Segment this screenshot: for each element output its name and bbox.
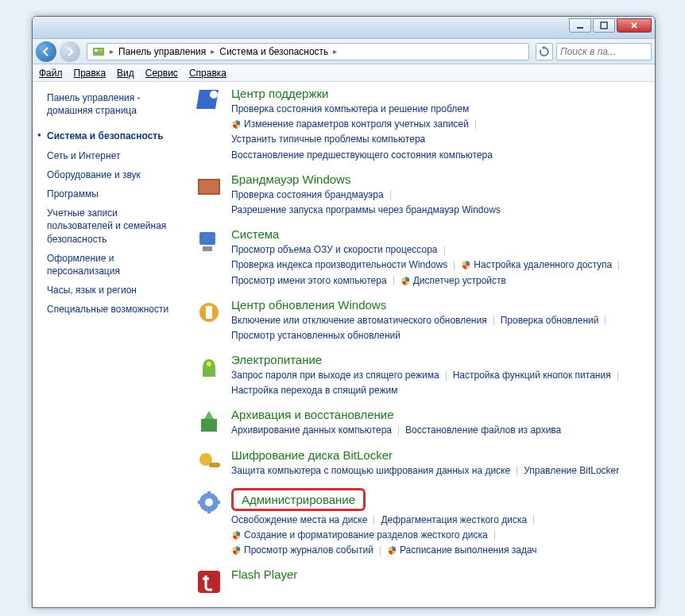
category-icon	[195, 448, 223, 477]
category-title[interactable]: Архивация и восстановление	[231, 408, 394, 421]
category-title[interactable]: Брандмауэр Windows	[231, 172, 350, 186]
category-link[interactable]: Просмотр журналов событий	[231, 543, 387, 558]
category-link[interactable]: Настройка функций кнопок питания	[453, 368, 625, 383]
category-link[interactable]: Настройка перехода в спящий режим	[231, 383, 397, 398]
category-link[interactable]: Дефрагментация жесткого диска	[381, 513, 540, 528]
sidebar-item[interactable]: Специальные возможности	[47, 300, 185, 319]
svg-point-5	[210, 91, 218, 99]
shield-icon	[387, 545, 397, 556]
category-link[interactable]: Изменение параметров контроля учетных за…	[231, 117, 482, 132]
category-link[interactable]: Расписание выполнения задач	[387, 543, 537, 558]
svg-point-17	[205, 498, 213, 506]
content: Центр поддержкиПроверка состояния компью…	[192, 82, 655, 607]
category: Архивация и восстановлениеАрхивирование …	[195, 408, 645, 438]
category-link[interactable]: Создание и форматирование разделов жестк…	[231, 528, 501, 543]
category-title[interactable]: Центр поддержки	[231, 87, 328, 100]
sidebar-item[interactable]: Оформление и персонализация	[47, 249, 185, 281]
forward-button[interactable]	[60, 41, 80, 62]
category-title[interactable]: Центр обновления Windows	[231, 298, 386, 312]
sidebar: Панель управления - домашняя страница Си…	[33, 82, 192, 607]
category: Центр поддержкиПроверка состояния компью…	[195, 87, 645, 163]
category-title[interactable]: Система	[231, 227, 279, 241]
maximize-button[interactable]	[593, 18, 615, 33]
chevron-right-icon: ▸	[331, 47, 339, 56]
menu-tools[interactable]: Сервис	[145, 68, 178, 79]
close-button[interactable]	[617, 18, 652, 33]
sidebar-item[interactable]: Система и безопасность	[47, 126, 185, 145]
menubar: Файл Правка Вид Сервис Справка	[33, 64, 655, 82]
minimize-button[interactable]	[569, 18, 591, 33]
category-icon	[195, 87, 223, 115]
category-link[interactable]: Проверка состояния брандмауэра	[231, 188, 397, 203]
svg-rect-21	[215, 501, 220, 504]
category-title[interactable]: Электропитание	[231, 353, 322, 366]
sidebar-item[interactable]: Программы	[47, 184, 185, 203]
shield-icon	[401, 276, 411, 286]
category-link[interactable]: Архивирование данных компьютера	[231, 423, 405, 438]
category-icon	[195, 298, 223, 327]
category-link[interactable]: Запрос пароля при выходе из спящего режи…	[231, 368, 453, 383]
sidebar-item[interactable]: Сеть и Интернет	[47, 146, 185, 165]
svg-rect-7	[199, 180, 219, 193]
search-input[interactable]	[556, 43, 652, 60]
sidebar-item[interactable]: Часы, язык и регион	[47, 281, 185, 300]
category-link[interactable]: Восстановление файлов из архива	[405, 423, 561, 438]
category-link[interactable]: Проверка индекса производительности Wind…	[231, 258, 461, 273]
sidebar-home[interactable]: Панель управления - домашняя страница	[47, 91, 185, 117]
category-link[interactable]: Устранить типичные проблемы компьютера	[231, 132, 425, 147]
category: Flash Player	[195, 568, 645, 596]
category-icon	[195, 353, 223, 382]
breadcrumb-root[interactable]: Панель управления	[115, 46, 209, 57]
category-link[interactable]: Восстановление предшествующего состояния…	[231, 148, 493, 163]
shield-icon	[461, 260, 471, 270]
breadcrumb-current[interactable]: Система и безопасность	[216, 46, 331, 57]
shield-icon	[231, 545, 242, 556]
refresh-button[interactable]	[536, 43, 553, 60]
menu-view[interactable]: Вид	[117, 68, 134, 79]
svg-rect-0	[577, 27, 583, 29]
category: Шифрование диска BitLockerЗащита компьют…	[195, 448, 645, 478]
category-link[interactable]: Настройка удаленного доступа	[461, 258, 625, 273]
category-link[interactable]: Включение или отключение автоматического…	[231, 313, 501, 328]
svg-rect-8	[199, 232, 215, 245]
sidebar-item[interactable]: Оборудование и звук	[47, 165, 185, 184]
svg-rect-9	[203, 246, 212, 251]
svg-rect-4	[99, 49, 103, 52]
window: ▸ Панель управления ▸ Система и безопасн…	[32, 16, 656, 608]
category-icon	[195, 488, 223, 517]
category-title[interactable]: Flash Player	[231, 568, 297, 581]
svg-rect-20	[198, 501, 203, 504]
breadcrumb[interactable]: ▸ Панель управления ▸ Система и безопасн…	[87, 43, 529, 60]
category-link[interactable]: Разрешение запуска программы через бранд…	[231, 203, 501, 218]
titlebar	[33, 17, 655, 39]
category-link[interactable]: Защита компьютера с помощью шифрования д…	[231, 463, 524, 478]
navbar: ▸ Панель управления ▸ Система и безопасн…	[33, 39, 655, 64]
back-button[interactable]	[36, 41, 56, 62]
category: Брандмауэр WindowsПроверка состояния бра…	[195, 172, 645, 218]
shield-icon	[231, 530, 242, 540]
sidebar-item[interactable]: Учетные записи пользователей и семейная …	[47, 203, 185, 249]
category: Центр обновления WindowsВключение или от…	[195, 298, 645, 343]
svg-rect-11	[206, 306, 212, 319]
svg-rect-1	[601, 22, 607, 29]
svg-rect-19	[207, 509, 211, 513]
category-link[interactable]: Просмотр установленных обновлений	[231, 328, 401, 343]
shield-icon	[231, 119, 242, 130]
category-title[interactable]: Администрирование	[231, 488, 366, 511]
svg-point-12	[207, 362, 211, 366]
category-link[interactable]: Проверка состояния компьютера и решение …	[231, 102, 469, 117]
menu-file[interactable]: Файл	[39, 68, 63, 79]
menu-help[interactable]: Справка	[189, 68, 226, 79]
category-icon	[195, 408, 223, 436]
category-link[interactable]: Просмотр объема ОЗУ и скорости процессор…	[231, 242, 451, 258]
category-link[interactable]: Освобождение места на диске	[231, 513, 381, 528]
category-link[interactable]: Управление BitLocker	[524, 463, 619, 478]
category-link[interactable]: Диспетчер устройств	[401, 273, 506, 289]
menu-edit[interactable]: Правка	[74, 68, 106, 79]
category-icon	[195, 227, 223, 256]
svg-rect-13	[201, 419, 217, 432]
category-title[interactable]: Шифрование диска BitLocker	[231, 448, 393, 462]
category-link[interactable]: Проверка обновлений	[501, 313, 613, 328]
category-link[interactable]: Просмотр имени этого компьютера	[231, 273, 401, 289]
svg-rect-15	[209, 463, 220, 467]
